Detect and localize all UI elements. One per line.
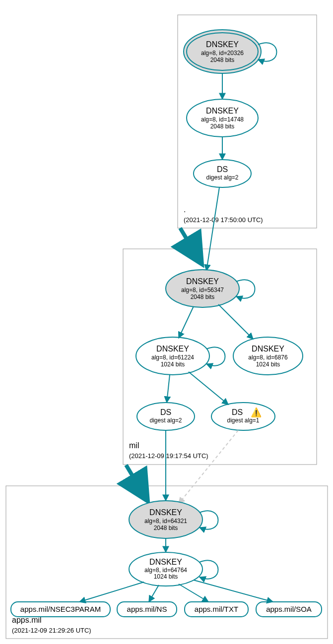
zone-mil-label: mil <box>129 441 139 450</box>
root-zsk-bits: 2048 bits <box>210 123 235 130</box>
mil-zsk-bits: 1024 bits <box>161 361 185 368</box>
apps-ns-label: apps.mil/NS <box>127 605 167 613</box>
root-ds-digest: digest alg=2 <box>206 174 238 181</box>
edge-mil-zsk-ds1 <box>167 375 170 403</box>
mil-ds2-digest: digest alg=1 <box>227 417 259 424</box>
mil-ksk-meta: alg=8, id=56347 <box>181 287 224 293</box>
edge-mil-zsk-ds2 <box>189 372 228 405</box>
node-root-ksk: DNSKEY alg=8, id=20326 2048 bits <box>184 30 261 73</box>
node-mil-ds2: DS ⚠️ digest alg=1 <box>211 403 275 430</box>
node-root-zsk: DNSKEY alg=8, id=14748 2048 bits <box>187 99 258 137</box>
apps-zsk-meta: alg=8, id=64764 <box>144 567 187 574</box>
mil-zsk2-bits: 1024 bits <box>256 361 280 368</box>
edge-mil-ds2-apps-ksk <box>179 430 238 504</box>
edge-root-ds-mil-ksk <box>206 187 219 271</box>
node-root-ds: DS digest alg=2 <box>194 160 251 187</box>
apps-zsk-bits: 1024 bits <box>154 573 178 580</box>
zone-apps-timestamp: (2021-12-09 21:29:26 UTC) <box>12 627 91 634</box>
zone-apps: apps.mil (2021-12-09 21:29:26 UTC) DNSKE… <box>6 430 328 639</box>
edge-mil-ksk-zsk <box>179 306 194 338</box>
node-apps-ns: apps.mil/NS <box>117 602 177 617</box>
apps-txt-label: apps.mil/TXT <box>195 605 238 613</box>
node-apps-zsk: DNSKEY alg=8, id=64764 1024 bits <box>129 552 202 586</box>
node-apps-txt: apps.mil/TXT <box>185 602 248 617</box>
edge-apps-zsk-ns <box>149 585 159 602</box>
zone-root-timestamp: (2021-12-09 17:50:00 UTC) <box>184 216 263 224</box>
apps-zsk-title: DNSKEY <box>149 558 182 566</box>
apps-ksk-bits: 2048 bits <box>154 525 178 531</box>
root-zsk-meta: alg=8, id=14748 <box>201 116 244 123</box>
svg-point-8 <box>211 403 275 430</box>
edge-apps-zsk-nsec3param <box>79 582 144 602</box>
zone-root-label: . <box>184 205 186 214</box>
root-ksk-title: DNSKEY <box>206 40 239 49</box>
root-zsk-title: DNSKEY <box>206 107 239 115</box>
svg-point-3 <box>194 160 251 187</box>
mil-ksk-bits: 2048 bits <box>191 293 215 300</box>
zone-root: . (2021-12-09 17:50:00 UTC) DNSKEY alg=8… <box>178 15 317 228</box>
edge-mil-ksk-zsk2 <box>218 304 253 339</box>
root-ds-title: DS <box>217 165 228 174</box>
dnssec-graph: . (2021-12-09 17:50:00 UTC) DNSKEY alg=8… <box>0 0 333 644</box>
node-mil-zsk2: DNSKEY alg=8, id=6876 1024 bits <box>233 337 303 375</box>
zone-mil: mil (2021-12-09 19:17:54 UTC) DNSKEY alg… <box>123 187 317 465</box>
mil-ds1-title: DS <box>160 408 171 416</box>
edge-apps-zsk-txt <box>179 584 208 602</box>
root-ksk-meta: alg=8, id=20326 <box>201 50 244 57</box>
apps-soa-label: apps.mil/SOA <box>266 605 312 613</box>
node-mil-ds1: DS digest alg=2 <box>137 403 195 430</box>
mil-zsk2-meta: alg=8, id=6876 <box>248 354 288 361</box>
mil-ds1-digest: digest alg=2 <box>149 417 182 424</box>
warning-icon: ⚠️ <box>251 407 262 418</box>
root-ksk-bits: 2048 bits <box>210 57 235 63</box>
mil-zsk-meta: alg=8, id=61224 <box>151 354 194 361</box>
apps-nsec3param-label: apps.mil/NSEC3PARAM <box>20 605 101 613</box>
mil-zsk2-title: DNSKEY <box>252 345 284 353</box>
svg-point-7 <box>137 403 195 430</box>
mil-ksk-title: DNSKEY <box>186 277 219 286</box>
apps-ksk-title: DNSKEY <box>149 508 182 517</box>
node-apps-soa: apps.mil/SOA <box>256 602 322 617</box>
mil-ds2-title: DS <box>232 408 243 416</box>
node-apps-nsec3param: apps.mil/NSEC3PARAM <box>11 602 110 617</box>
edge-apps-zsk-soa <box>194 580 273 602</box>
zone-mil-timestamp: (2021-12-09 19:17:54 UTC) <box>129 452 208 460</box>
apps-ksk-meta: alg=8, id=64321 <box>144 518 187 525</box>
mil-zsk-title: DNSKEY <box>156 345 189 353</box>
node-mil-ksk: DNSKEY alg=8, id=56347 2048 bits <box>166 270 239 307</box>
node-apps-ksk: DNSKEY alg=8, id=64321 2048 bits <box>129 501 202 538</box>
node-mil-zsk: DNSKEY alg=8, id=61224 1024 bits <box>136 337 209 375</box>
